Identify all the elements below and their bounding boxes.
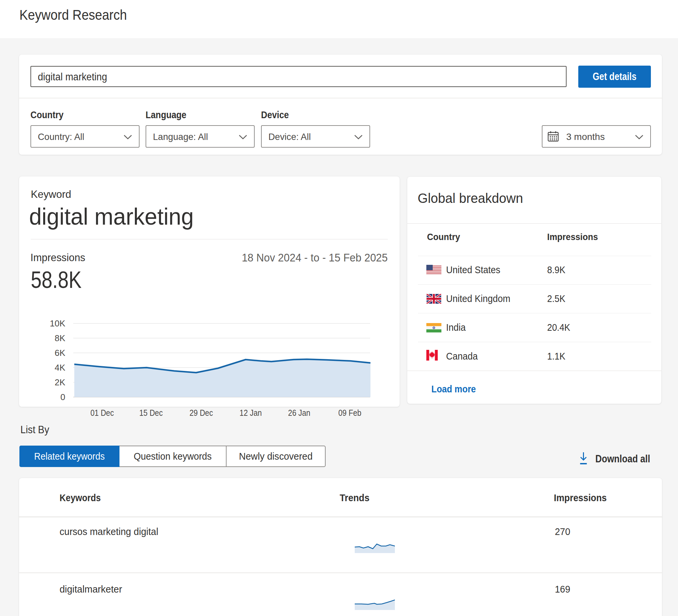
svg-text:6K: 6K xyxy=(54,348,65,358)
svg-text:4K: 4K xyxy=(54,363,65,373)
svg-text:10K: 10K xyxy=(50,318,66,328)
svg-text:8K: 8K xyxy=(54,333,65,343)
svg-text:2K: 2K xyxy=(54,377,65,387)
svg-text:0: 0 xyxy=(61,392,65,402)
